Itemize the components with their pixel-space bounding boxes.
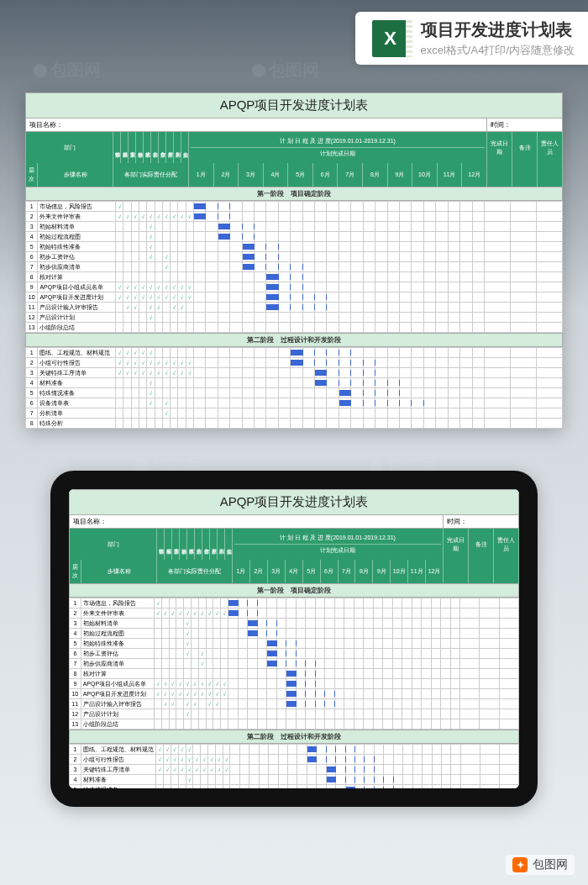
tail-cell: [499, 669, 518, 679]
gantt-cell: [339, 408, 350, 419]
row-name: 小组可行性报告: [38, 358, 116, 368]
gantt-cell: [325, 659, 335, 669]
gantt-cell: [242, 429, 254, 429]
check-cell: √: [178, 358, 186, 368]
gantt-cell: [363, 232, 375, 242]
tail-cell: [480, 679, 499, 689]
gantt-cell: [193, 388, 205, 398]
tail-cell: [480, 745, 499, 755]
gantt-cell: [365, 755, 374, 765]
gantt-cell: [315, 719, 325, 730]
gantt-cell: [351, 202, 363, 212]
row-name: 初步供应商清单: [81, 659, 154, 669]
check-cell: [207, 785, 215, 795]
gantt-cell: [230, 313, 242, 323]
gantt-cell: [296, 679, 306, 689]
dept-col: 技术部: [144, 132, 151, 163]
check-cell: [139, 303, 146, 313]
check-cell: √: [147, 232, 155, 242]
gantt-cell: [238, 629, 248, 639]
gantt-cell: [423, 745, 432, 755]
check-cell: [223, 805, 230, 808]
gantt-cell: [238, 659, 248, 669]
gantt-cell: [228, 619, 238, 629]
row-name: 初始材料清单: [38, 222, 116, 232]
gantt-cell: [242, 252, 254, 262]
gantt-cell: [315, 699, 325, 709]
gantt-cell: [387, 272, 399, 282]
gantt-cell: [460, 368, 472, 378]
gantt-cell: [206, 202, 218, 212]
gantt-cell: [218, 429, 229, 429]
gantt-cell: [286, 619, 297, 629]
check-cell: [176, 709, 184, 719]
check-cell: √: [147, 378, 155, 388]
gantt-cell: [441, 805, 450, 808]
gantt-cell: [278, 419, 290, 429]
check-cell: [215, 795, 223, 805]
gantt-cell: [393, 745, 402, 755]
gantt-cell: [278, 795, 287, 805]
gantt-cell: [387, 429, 399, 429]
gantt-cell: [257, 719, 267, 730]
meta-row: 项目名称：时间：: [25, 119, 563, 132]
gantt-cell: [230, 358, 242, 368]
gantt-cell: [327, 368, 339, 378]
gantt-cell: [228, 699, 238, 709]
check-cell: [139, 252, 146, 262]
tail-cell: [480, 775, 499, 785]
gantt-cell: [436, 348, 448, 358]
gantt-cell: [387, 313, 399, 323]
table-row: 3初始材料清单√: [26, 222, 563, 232]
gantt-cell: [354, 699, 364, 709]
gantt-cell: [436, 222, 448, 232]
gantt-cell: [422, 649, 432, 659]
check-cell: √: [131, 429, 139, 429]
idx-header: 层次: [26, 163, 38, 187]
gantt-cell: [315, 619, 325, 629]
check-cell: [131, 272, 139, 282]
month-header: 11月: [438, 163, 463, 187]
gantt-cell: [317, 805, 326, 808]
header-row: 部门销售部项目部营业部市场部技术部公共部合作部开发部人和部公关部计 划 日 程 …: [69, 529, 519, 560]
gantt-cell: [193, 232, 205, 242]
check-cell: [215, 745, 223, 755]
gantt-cell: [431, 619, 441, 629]
gantt-cell: [472, 358, 484, 368]
gantt-cell: [336, 775, 345, 785]
gantt-cell: [400, 242, 412, 252]
gantt-cell: [363, 378, 375, 388]
gantt-cell: [387, 202, 399, 212]
gantt-cell: [327, 398, 339, 408]
gantt-cell: [472, 242, 484, 252]
gantt-cell: [460, 272, 472, 282]
gantt-cell: [364, 639, 374, 649]
check-cell: √: [162, 398, 170, 408]
check-cell: [171, 222, 178, 232]
gantt-cell: [423, 755, 432, 765]
gantt-cell: [291, 282, 302, 292]
gantt-cell: [441, 639, 451, 649]
gantt-cell: [276, 598, 286, 608]
gantt-cell: [460, 358, 472, 368]
gantt-cell: [392, 598, 402, 608]
gantt-cell: [431, 608, 441, 619]
gantt-cell: [432, 765, 441, 775]
gantt-cell: [336, 745, 345, 755]
tail-cell: [484, 252, 510, 262]
gantt-cell: [400, 262, 412, 272]
row-index: 6: [70, 795, 81, 805]
row-name: 外来文件评审表: [38, 212, 116, 222]
tail-cell: [460, 709, 480, 719]
check-cell: [123, 419, 131, 429]
check-cell: √: [164, 755, 171, 765]
gantt-cell: [472, 252, 484, 262]
gantt-cell: [239, 755, 249, 765]
gantt-cell: [441, 619, 451, 629]
check-cell: [155, 419, 162, 429]
gantt-cell: [363, 202, 375, 212]
gantt-cell: [266, 202, 278, 212]
gantt-cell: [472, 408, 484, 419]
subheader-row: 层次步骤名称各部门实际责任分配1月2月3月4月5月6月7月8月9月10月11月1…: [69, 560, 519, 583]
gantt-cell: [286, 639, 297, 649]
